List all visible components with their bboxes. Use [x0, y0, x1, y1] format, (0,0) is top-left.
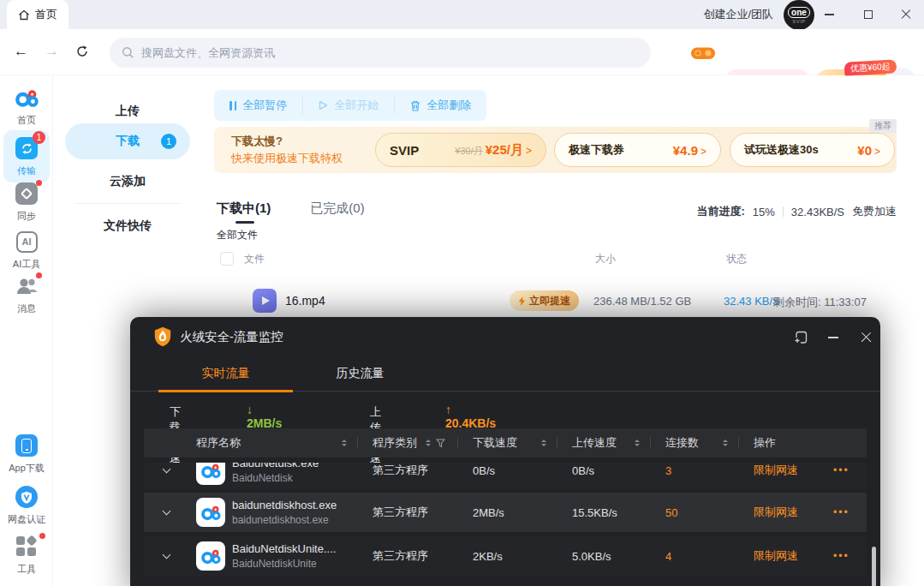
card-name: 试玩送极速30s [744, 142, 819, 158]
delete-all-button[interactable]: 全部删除 [394, 97, 486, 114]
chevron-down-icon[interactable] [162, 507, 170, 516]
column-header-connections[interactable]: 连接数 [651, 428, 739, 457]
sidebar-item-app-download[interactable]: App下载 [0, 434, 53, 475]
sidebar-item-label: 消息 [17, 302, 36, 315]
process-name: BaiduNetdiskUnite.... [232, 541, 336, 557]
limit-speed-button[interactable]: 限制网速 [739, 463, 825, 489]
sidebar-item-ai-tools[interactable]: AI AI工具 [0, 230, 53, 271]
free-boost-label[interactable]: 免费加速 [852, 204, 897, 219]
sidebar-rail: 首页 1 传输 同步 AI AI工具 [0, 75, 53, 586]
minimize-button[interactable] [816, 0, 842, 29]
tab-completed[interactable]: 已完成(0) [310, 200, 364, 217]
column-label: 连接数 [665, 435, 699, 451]
filter-icon[interactable] [436, 439, 445, 448]
sort-icon[interactable] [342, 440, 347, 447]
start-all-button[interactable]: 全部开始 [302, 97, 394, 114]
sidebar-item-sync[interactable]: 同步 [0, 182, 53, 223]
file-name: 16.mp4 [285, 294, 325, 308]
process-category: 第三方程序 [358, 463, 458, 489]
sidebar-item-tools[interactable]: 工具 [0, 535, 53, 576]
column-label: 操作 [754, 435, 776, 451]
sort-icon[interactable] [635, 440, 640, 447]
forward-button[interactable]: → [45, 43, 59, 60]
maximize-button[interactable] [855, 0, 881, 29]
column-header-download-speed[interactable]: 下载速度 [458, 428, 557, 457]
process-category: 第三方程序 [358, 493, 458, 532]
baidu-netdisk-icon [196, 541, 225, 571]
tab-realtime-traffic[interactable]: 实时流量 [158, 356, 293, 392]
sidebar-item-messages[interactable]: 消息 [0, 274, 53, 315]
tab-history-traffic[interactable]: 历史流量 [293, 356, 427, 392]
process-upload: 5.0KB/s [557, 536, 651, 576]
sort-icon[interactable] [723, 440, 728, 447]
baidu-netdisk-icon [196, 498, 225, 527]
monitor-titlebar: 火绒安全-流量监控 [130, 317, 880, 356]
chevron-down-icon[interactable] [162, 551, 170, 559]
close-button[interactable] [893, 0, 919, 29]
monitor-tabbar: 实时流量 历史流量 [130, 356, 880, 392]
boost-now-button[interactable]: 立即提速 [510, 290, 579, 311]
process-row[interactable]: baidunetdiskhost.exe baidunetdiskhost.ex… [144, 493, 867, 532]
column-header-program-name[interactable]: 程序名称 [188, 428, 358, 457]
process-download: 0B/s [458, 463, 557, 489]
chevron-right-icon: > [700, 146, 706, 158]
sidebar-item-label: App下载 [9, 462, 45, 475]
search-bar[interactable] [110, 38, 651, 68]
search-input[interactable] [141, 46, 639, 59]
divider [75, 203, 181, 204]
sort-icon[interactable] [426, 440, 431, 447]
download-row[interactable]: 16.mp4 立即提速 236.48 MB/1.52 GB 32.43 KB/S… [201, 283, 924, 320]
row-more-button[interactable]: ••• [825, 493, 867, 532]
messages-icon [15, 274, 39, 298]
process-table: 程序名称 程序类别 下载速度 上传速度 连接数 [144, 428, 867, 457]
tab-home[interactable]: 首页 [7, 0, 69, 29]
notification-dot [39, 533, 45, 539]
column-label: 上传速度 [572, 435, 617, 451]
sidebar-item-certification[interactable]: 网盘认证 [0, 485, 53, 526]
refresh-button[interactable] [75, 45, 89, 61]
select-all-checkbox[interactable] [220, 252, 234, 266]
sort-icon[interactable] [541, 440, 546, 447]
process-row[interactable]: BaiduNetdisk.exe BaiduNetdisk 第三方程序 0B/s… [144, 463, 867, 489]
back-button[interactable]: ← [14, 43, 28, 60]
column-header-category[interactable]: 程序类别 [358, 428, 458, 457]
certification-icon [15, 485, 39, 509]
row-more-button[interactable]: ••• [825, 536, 867, 576]
monitor-minimize-button[interactable] [824, 328, 843, 347]
upload-total-value: ↑ 20.4KB/s [445, 403, 496, 430]
promo-title: 下载太慢? [231, 134, 283, 149]
game-center-icon[interactable] [690, 45, 716, 64]
chevron-right-icon: > [526, 145, 532, 157]
batch-actions-bar: 全部暂停 全部开始 全部删除 [214, 90, 486, 121]
tab-downloading[interactable]: 下载中(1) [217, 200, 271, 217]
process-subname: BaiduNetdiskUnite [232, 557, 336, 571]
subnav-item-download[interactable]: 下载 1 [65, 123, 190, 159]
subnav-item-quick-transfer[interactable]: 文件快传 [65, 209, 190, 243]
process-name: BaiduNetdisk.exe [232, 463, 319, 471]
all-files-filter[interactable]: 全部文件 [217, 228, 258, 242]
table-row-clip: BaiduNetdisk.exe BaiduNetdisk 第三方程序 0B/s… [144, 463, 867, 489]
row-more-button[interactable]: ••• [825, 463, 867, 489]
column-header-upload-speed[interactable]: 上传速度 [557, 428, 651, 457]
subnav-item-cloud-add[interactable]: 云添加 [65, 164, 190, 199]
chevron-down-icon[interactable] [162, 465, 170, 474]
scrollbar-thumb[interactable] [872, 547, 876, 586]
limit-speed-button[interactable]: 限制网速 [739, 536, 825, 576]
baidu-netdisk-icon [196, 463, 225, 485]
svip-card[interactable]: SVIP ¥30/月 ¥25/月 > [375, 133, 546, 167]
sidebar-item-transfer[interactable]: 1 传输 [3, 130, 50, 182]
transfer-icon: 1 [15, 136, 39, 160]
monitor-close-button[interactable] [856, 328, 875, 347]
pause-all-button[interactable]: 全部暂停 [214, 97, 302, 114]
limit-speed-button[interactable]: 限制网速 [739, 493, 825, 532]
trial-speed-card[interactable]: 试玩送极速30s ¥0 > [730, 133, 895, 167]
process-connections: 50 [651, 493, 739, 532]
one-svip-badge[interactable]: one SVIP [784, 0, 814, 30]
popout-button[interactable] [791, 328, 810, 347]
create-team-link[interactable]: 创建企业/团队 [703, 0, 773, 29]
sidebar-item-home[interactable]: 首页 [0, 86, 53, 127]
process-row[interactable]: BaiduNetdiskUnite.... BaiduNetdiskUnite … [144, 536, 867, 576]
speed-coupon-card[interactable]: 极速下载券 ¥4.9 > [554, 133, 721, 167]
lightning-icon [518, 296, 526, 306]
huorong-shield-icon [153, 326, 172, 350]
